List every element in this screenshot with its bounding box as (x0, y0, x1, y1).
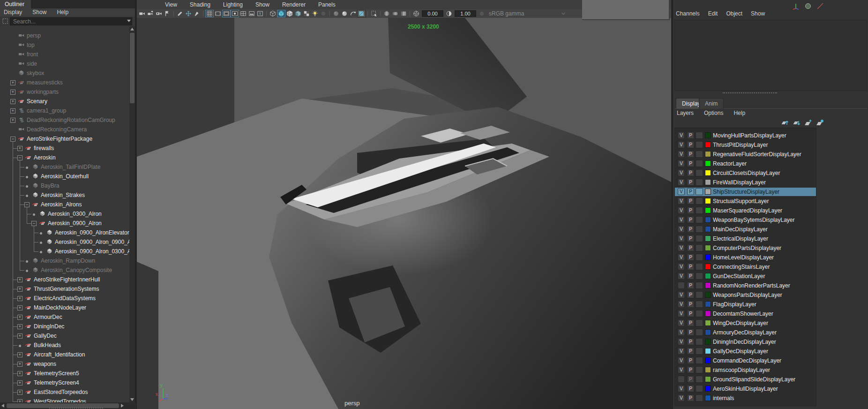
layer-display-mode-toggle[interactable] (696, 338, 703, 345)
outliner-item[interactable]: +MainDeckNodeLayer (0, 303, 129, 312)
layer-color-swatch[interactable] (705, 311, 711, 317)
layer-color-swatch[interactable] (705, 132, 711, 138)
expand-toggle-icon[interactable]: + (17, 390, 22, 395)
outliner-item[interactable]: +Aircraft_Identifaction (0, 350, 129, 359)
scroll-right-icon[interactable] (121, 404, 124, 408)
layer-playback-toggle[interactable]: P (687, 151, 694, 158)
layer-color-swatch[interactable] (705, 282, 711, 288)
layer-color-swatch[interactable] (705, 348, 711, 354)
ship-model[interactable] (137, 18, 671, 409)
layer-row[interactable]: VPinternals (675, 394, 816, 402)
outliner-item[interactable]: +firewalls (0, 144, 129, 153)
outliner-item[interactable]: +camera1_group (0, 106, 129, 115)
image-plane-icon[interactable] (247, 10, 256, 17)
layer-visibility-toggle[interactable]: V (678, 151, 685, 158)
expand-toggle-icon[interactable]: − (17, 155, 22, 160)
manipulator-toggle-icon[interactable] (184, 10, 193, 17)
layer-row[interactable]: VPWeaponsPartsDisplayLayer (675, 291, 816, 299)
layer-color-swatch[interactable] (705, 395, 711, 401)
layer-move-down-icon[interactable] (793, 119, 801, 127)
expand-toggle-icon[interactable]: + (10, 90, 15, 95)
disabled-toggle-icon[interactable] (319, 10, 328, 17)
layer-create-from-selected-icon[interactable] (816, 119, 824, 127)
layer-playback-toggle[interactable]: P (687, 141, 694, 148)
exposure-icon[interactable] (412, 10, 420, 17)
grid-icon[interactable] (205, 10, 214, 17)
layer-visibility-toggle[interactable] (678, 376, 685, 383)
outliner-vertical-scrollbar[interactable] (129, 26, 135, 402)
layer-display-mode-toggle[interactable] (696, 329, 703, 336)
layer-display-mode-toggle[interactable] (696, 141, 703, 148)
outliner-item[interactable]: +DiningInDec (0, 322, 129, 331)
expand-toggle-icon[interactable]: + (17, 277, 22, 282)
layer-color-swatch[interactable] (705, 170, 711, 176)
wireframe-icon[interactable] (269, 10, 277, 17)
viewport-menu-show[interactable]: Show (255, 1, 269, 9)
layer-playback-toggle[interactable]: P (687, 207, 694, 214)
channel-box-menu-channels[interactable]: Channels (676, 10, 700, 17)
outliner-item[interactable]: +DeadReckoningRotationCamGroup (0, 115, 129, 125)
layer-display-mode-toggle[interactable] (696, 188, 703, 195)
layer-row[interactable]: VPMovingHullPartsDisplayLayer (675, 131, 816, 140)
expand-toggle-icon[interactable]: + (17, 399, 22, 402)
outliner-item[interactable]: Aeroskin_CanopyComposite (0, 265, 129, 275)
layer-visibility-toggle[interactable]: V (678, 216, 685, 223)
layer-visibility-toggle[interactable]: V (678, 160, 685, 167)
layer-playback-toggle[interactable]: P (687, 385, 694, 392)
layer-display-mode-toggle[interactable] (696, 207, 703, 214)
layer-row[interactable]: VPGallyDecDisplayLayer (675, 347, 816, 356)
layer-row[interactable]: VPElectricalDisplayLayer (675, 235, 816, 243)
layer-row[interactable]: VPCircuitClosetsDisplayLayer (675, 169, 816, 177)
panel-resize-handle[interactable] (49, 408, 103, 409)
layer-visibility-toggle[interactable]: V (678, 319, 685, 326)
scroll-down-icon[interactable] (130, 398, 134, 401)
layer-color-swatch[interactable] (705, 329, 711, 335)
contrast-field[interactable]: 1.00 (455, 10, 476, 17)
layer-playback-toggle[interactable]: P (687, 160, 694, 167)
layer-color-swatch[interactable] (705, 189, 711, 195)
layer-row[interactable]: VPShipStructureDisplayLayer (675, 188, 816, 196)
layer-display-mode-toggle[interactable] (696, 169, 703, 176)
layer-display-mode-toggle[interactable] (696, 357, 703, 364)
layer-color-swatch[interactable] (705, 245, 711, 251)
layer-visibility-toggle[interactable]: V (678, 179, 685, 186)
gamma-off-icon[interactable] (478, 10, 486, 17)
layer-color-swatch[interactable] (705, 226, 711, 232)
resolution-gate-icon[interactable] (222, 10, 231, 17)
layer-color-swatch[interactable] (705, 151, 711, 157)
layer-display-mode-toggle[interactable] (696, 310, 703, 317)
layer-visibility-toggle[interactable]: V (678, 329, 685, 336)
layer-menu-layers[interactable]: Layers (677, 110, 694, 116)
layer-visibility-toggle[interactable] (678, 282, 685, 289)
xray-joints-icon[interactable] (391, 10, 399, 17)
anti-alias-icon[interactable] (357, 10, 366, 17)
viewport-menu-view[interactable]: View (165, 1, 177, 9)
layer-visibility-toggle[interactable]: V (678, 301, 685, 308)
layer-playback-toggle[interactable]: P (687, 188, 694, 195)
layer-playback-toggle[interactable]: P (687, 291, 694, 298)
camera-lock-icon[interactable] (146, 10, 155, 17)
expand-toggle-icon[interactable]: + (10, 118, 15, 123)
layer-playback-toggle[interactable]: P (687, 244, 694, 251)
layer-display-mode-toggle[interactable] (696, 226, 703, 233)
outliner-item[interactable]: Aeroskin_0900_AlronElevator (0, 228, 129, 237)
outliner-item[interactable]: −Aeroskin (0, 153, 129, 162)
outliner-item[interactable]: skybox (0, 68, 129, 78)
isolate-select-icon[interactable] (370, 10, 378, 17)
layer-playback-toggle[interactable]: P (687, 216, 694, 223)
bookmark-icon[interactable] (163, 10, 172, 17)
layer-playback-toggle[interactable]: P (687, 348, 694, 355)
layer-editor-resize-handle[interactable] (723, 92, 777, 93)
outliner-menu-show[interactable]: Show (32, 9, 46, 16)
layer-color-swatch[interactable] (705, 235, 711, 242)
layer-menu-help[interactable]: Help (733, 110, 745, 116)
layer-display-mode-toggle[interactable] (696, 282, 703, 289)
outliner-item[interactable]: +ElectricAndDataSystems (0, 294, 129, 303)
layer-row[interactable]: VPWingDecDisplayLayer (675, 319, 816, 327)
layer-color-swatch[interactable] (705, 339, 711, 345)
layer-visibility-toggle[interactable]: V (678, 235, 685, 242)
layer-row[interactable]: VPDiningInDecDisplayLayer (675, 338, 816, 346)
layer-visibility-toggle[interactable]: V (678, 197, 685, 204)
layer-display-mode-toggle[interactable] (696, 235, 703, 242)
layer-display-mode-toggle[interactable] (696, 376, 703, 383)
